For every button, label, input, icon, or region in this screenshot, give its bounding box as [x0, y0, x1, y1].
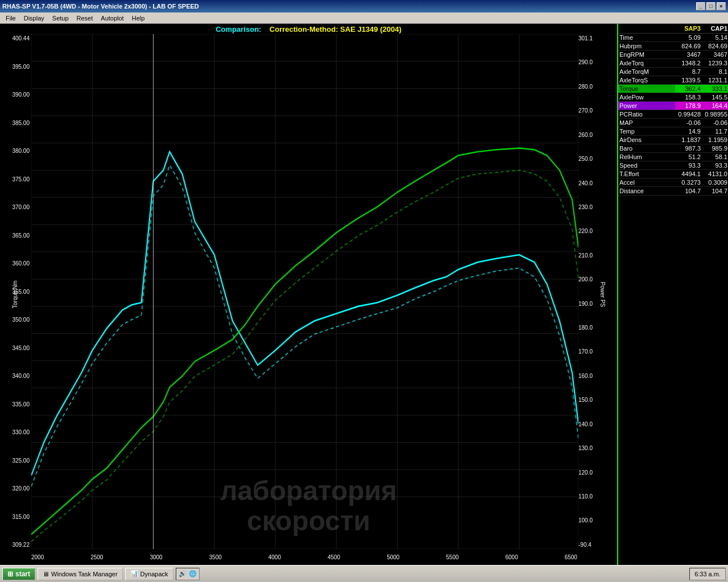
y-left-5: 375.00 [1, 176, 30, 182]
stat-row-torque: Torque 362.4 333.1 [618, 85, 728, 93]
y-right-6: 240.0 [578, 180, 607, 186]
menu-reset[interactable]: Reset [73, 14, 97, 23]
stat-row-relhum: RelHum 51.2 58.1 [618, 153, 728, 161]
y-left-2: 390.00 [1, 92, 30, 98]
taskbar-dynapack[interactable]: 📊 Dynapack [125, 568, 173, 580]
y-right-5: 250.0 [578, 156, 607, 162]
stat-row-baro: Baro 987.3 985.9 [618, 144, 728, 153]
y-right-7: 230.0 [578, 204, 607, 210]
menubar: File Display Setup Reset Autoplot Help [0, 13, 728, 24]
taskbar: ⊞ start 🖥 Windows Task Manager 📊 Dynapac… [0, 565, 728, 582]
y-left-14: 330.00 [1, 429, 30, 435]
stat-row-accel: Accel 0.3273 0.3009 [618, 178, 728, 187]
taskbar-task-manager[interactable]: 🖥 Windows Task Manager [38, 568, 123, 580]
y-left-15: 325.00 [1, 458, 30, 464]
y-axis-left: 400.44 395.00 390.00 385.00 380.00 375.0… [0, 35, 31, 548]
y-left-4: 380.00 [1, 148, 30, 154]
x-label-1: 2500 [90, 554, 103, 560]
close-button[interactable]: × [717, 2, 726, 10]
x-label-5: 4500 [328, 554, 340, 560]
menu-help[interactable]: Help [129, 14, 148, 23]
stat-row-teffort: T.Effort 4494.1 4131.0 [618, 170, 728, 178]
x-axis: 2000 2500 3000 3500 4000 4500 5000 5500 … [31, 554, 577, 560]
menu-autoplot[interactable]: Autoplot [97, 14, 127, 23]
start-icon: ⊞ [7, 570, 13, 578]
x-label-4: 4000 [268, 554, 281, 560]
menu-display[interactable]: Display [20, 14, 48, 23]
stat-row-axletorqs: AxleTorqS 1339.5 1231.1 [618, 76, 728, 85]
x-label-6: 5000 [387, 554, 399, 560]
y-right-17: 130.0 [578, 445, 607, 451]
x-label-8: 6000 [506, 554, 518, 560]
y-left-3: 385.00 [1, 120, 30, 126]
tray-icon-2: 🌐 [189, 570, 197, 577]
y-left-17: 315.00 [1, 514, 30, 520]
titlebar-buttons: _ □ × [696, 2, 726, 10]
y-left-11: 345.00 [1, 345, 30, 351]
y-right-18: 120.0 [578, 469, 607, 476]
stat-row-pcratio: PCRatio 0.99428 0.98955 [618, 110, 728, 119]
y-right-1: 290.0 [578, 59, 607, 65]
x-label-9: 6500 [565, 554, 577, 560]
comparison-method: Correction-Method: SAE J1349 (2004) [270, 25, 402, 34]
x-label-0: 2000 [31, 554, 44, 560]
y-left-12: 340.00 [1, 373, 30, 379]
stat-row-axlepow: AxlePow 158.3 145.5 [618, 93, 728, 102]
cap1-header: CAP1 [702, 24, 728, 33]
stat-row-airdens: AirDens 1.1837 1.1959 [618, 136, 728, 144]
minimize-button[interactable]: _ [696, 2, 705, 10]
y-right-4: 260.0 [578, 132, 607, 138]
y-right-12: 180.0 [578, 325, 607, 331]
y-right-21: -90.4 [578, 542, 607, 548]
y-right-0: 301.1 [578, 35, 607, 41]
menu-file[interactable]: File [2, 14, 19, 23]
right-panel: SAP3 CAP1 Time 5.09 5.14 Hubrpm 824.69 8… [617, 24, 728, 565]
dynapack-label: Dynapack [140, 571, 168, 577]
taskmanager-icon: 🖥 [43, 571, 49, 577]
start-label: start [15, 570, 30, 578]
y-left-8: 360.00 [1, 260, 30, 267]
y-right-13: 170.0 [578, 348, 607, 355]
start-button[interactable]: ⊞ start [2, 568, 35, 580]
chart-svg [31, 34, 578, 549]
dynapack-icon: 📊 [130, 570, 138, 577]
y-left-13: 335.00 [1, 401, 30, 408]
stat-row-engrpm: EngRPM 3467 3467 [618, 51, 728, 59]
y-right-20: 100.0 [578, 517, 607, 523]
y-left-18: 309.22 [1, 542, 30, 548]
maximize-button[interactable]: □ [706, 2, 715, 10]
chart-container: Comparison: Correction-Method: SAE J1349… [0, 24, 617, 565]
stat-row-axletorq: AxleTorq 1348.2 1239.3 [618, 59, 728, 68]
y-right-9: 210.0 [578, 252, 607, 259]
y-right-15: 150.0 [578, 397, 607, 403]
stat-row-axletorqm: AxleTorqM 8.7 8.1 [618, 68, 728, 76]
sap3-header: SAP3 [675, 24, 702, 33]
y-left-10: 350.00 [1, 317, 30, 323]
taskbar-time: 6:33 a.m. [689, 568, 726, 580]
x-label-3: 3500 [209, 554, 222, 560]
y-right-14: 160.0 [578, 373, 607, 379]
y-left-6: 370.00 [1, 204, 30, 210]
y-left-16: 320.00 [1, 485, 30, 492]
col-label-header [618, 24, 675, 33]
taskmanager-label: Windows Task Manager [51, 571, 118, 577]
titlebar: RHAS-SP V1.7-05B (4WD - Motor Vehicle 2x… [0, 0, 728, 13]
stat-row-map: MAP -0.06 -0.06 [618, 119, 728, 127]
title-text: RHAS-SP V1.7-05B (4WD - Motor Vehicle 2x… [2, 3, 199, 10]
y-right-3: 270.0 [578, 107, 607, 114]
y-right-16: 140.0 [578, 421, 607, 427]
x-label-7: 5500 [446, 554, 458, 560]
y-left-9: 355.00 [1, 289, 30, 295]
y-right-19: 110.0 [578, 493, 607, 500]
stat-row-time: Time 5.09 5.14 [618, 34, 728, 42]
y-right-8: 220.0 [578, 228, 607, 234]
power-ps-label: Power PS [599, 282, 605, 307]
y-left-7: 365.00 [1, 232, 30, 239]
main-content: Comparison: Correction-Method: SAE J1349… [0, 24, 728, 565]
comparison-label: Comparison: [216, 25, 261, 34]
y-left-1: 395.00 [1, 64, 30, 70]
menu-setup[interactable]: Setup [49, 14, 72, 23]
comparison-header: Comparison: Correction-Method: SAE J1349… [0, 25, 617, 34]
y-left-0: 400.44 [1, 35, 30, 41]
stat-row-speed: Speed 93.3 93.3 [618, 161, 728, 170]
